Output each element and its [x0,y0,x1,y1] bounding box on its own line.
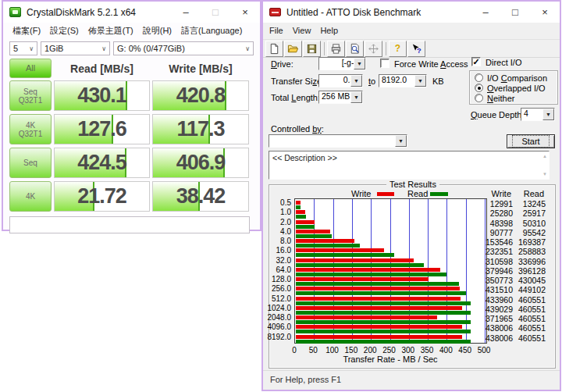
drive-select[interactable]: [-g-] ▼ [318,57,366,70]
total-length-select[interactable]: 256 MB ▼ [318,91,363,104]
queue-depth-select[interactable]: 4 ▼ [521,108,555,121]
transfer-size-from-select[interactable]: 0.5 ▼ [318,74,363,87]
transfer-size-row-label: 32.0 [263,257,291,265]
write-bar [296,315,437,319]
legend-write-label: Write [351,189,371,198]
cdm-menu-file[interactable]: 檔案(F) [8,24,45,37]
close-button[interactable]: × [530,2,560,23]
seq-test-button[interactable]: Seq [9,148,52,178]
read-value: 50310 [491,219,546,227]
neither-radio[interactable] [475,94,483,102]
kb-unit-label: KB [432,77,444,86]
description-box[interactable]: << Description >> ▲ ▼ [269,151,550,180]
new-file-button[interactable] [265,41,283,57]
dropdown-arrow-icon[interactable]: ▼ [395,135,407,147]
controlled-by-select[interactable]: ▼ [269,134,407,148]
cdm-menu-theme[interactable]: 佈景主題(T) [84,24,138,37]
print-button[interactable] [327,41,345,57]
close-button[interactable]: × [230,2,260,23]
open-file-button[interactable] [284,41,302,57]
cdm-titlebar: CrystalDiskMark 5.2.1 x64 – □ × [3,2,260,23]
test-size-select[interactable]: 1GiB ∨ [41,41,110,55]
toolbar-separator [324,42,325,55]
scroll-up-icon[interactable]: ▲ [542,154,547,159]
4k-test-button[interactable]: 4K [9,181,52,212]
target-drive-select[interactable]: G: 0% (0/477GiB) ∨ [113,41,254,55]
dropdown-arrow-icon[interactable]: ▼ [350,75,362,87]
help-button[interactable]: ? [389,41,407,57]
legend-read-label: Read [407,189,428,198]
check-icon: ✓ [472,58,479,66]
io-comparison-radio[interactable] [475,73,483,82]
printer-icon [330,43,342,55]
write-bar [296,306,462,310]
write-column-header: Write [MB/s] [152,59,249,78]
print-preview-button[interactable] [346,41,364,57]
table-row: 4K Q32T1 127.6 117.3 [9,114,249,144]
x-axis-tick-label: 50 [309,346,318,355]
context-help-icon: ? [411,43,422,55]
write-bar [296,268,440,272]
write-bar [296,248,384,252]
start-button[interactable]: Start [507,134,555,148]
maximize-button[interactable]: □ [500,2,530,23]
scroll-down-icon[interactable]: ▼ [542,172,547,176]
x-axis-tick-label: 150 [345,346,358,355]
menu-view[interactable]: View [290,25,318,36]
read-bar [296,311,471,315]
queue-depth-label: Queue Depth: [471,110,525,119]
write-swatch [377,192,394,196]
minimize-button[interactable]: – [471,2,500,23]
transfer-size-row-label: 4096.0 [263,323,291,331]
table-row: Seq Q32T1 430.1 420.8 [9,80,249,111]
test-count-select[interactable]: 5 ∨ [9,41,37,55]
transfer-size-row-label: 16.0 [263,247,291,255]
minimize-button[interactable]: – [171,2,201,23]
transfer-size-row-label: 2048.0 [263,314,291,322]
read-value: 25917 [491,209,546,217]
transfer-size-row-label: 8192.0 [263,333,291,341]
read-bar [296,234,332,238]
context-help-button[interactable]: ? [407,41,425,57]
4k-q32t1-test-button[interactable]: 4K Q32T1 [9,114,52,144]
svg-text:?: ? [417,47,422,55]
overlapped-io-label: Overlapped I/O [487,84,546,93]
read-bar [296,301,471,305]
atto-titlebar: Untitled - ATTO Disk Benchmark – □ × [263,2,560,23]
read-bar [296,282,459,286]
read-bar [296,320,471,324]
dropdown-arrow-icon[interactable]: ▼ [542,109,554,120]
write-bar [296,297,461,301]
transfer-size-row-label: 1.0 [263,208,291,216]
4k-q32t1-read-value: 127.6 [54,114,150,144]
comment-box[interactable] [9,216,250,233]
pan-button[interactable] [365,41,382,57]
dropdown-arrow-icon[interactable]: ▼ [354,58,365,69]
dropdown-arrow-icon[interactable]: ▼ [350,91,362,103]
read-bar [296,263,424,267]
status-bar: For Help, press F1 [263,370,560,390]
save-file-button[interactable] [303,41,321,57]
cdm-menu-settings[interactable]: 設定(S) [45,24,84,37]
read-column-header: Read [521,189,544,198]
menu-file[interactable]: File [266,25,290,36]
direct-io-checkbox[interactable]: ✓ [471,57,481,66]
crystaldiskmark-window: CrystalDiskMark 5.2.1 x64 – □ × 檔案(F) 設定… [2,0,261,231]
force-write-access-checkbox[interactable] [380,59,389,68]
menu-help[interactable]: Help [317,25,344,36]
read-value: 13245 [491,200,546,208]
transfer-size-row-label: 1024.0 [263,305,291,312]
all-test-button[interactable]: All [9,59,52,78]
overlapped-io-radio[interactable] [475,84,483,92]
move-cross-icon [368,43,379,55]
x-axis-tick-label: 450 [458,346,471,355]
dropdown-arrow-icon[interactable]: ▼ [414,75,426,87]
write-bar [296,258,414,262]
seq-q32t1-test-button[interactable]: Seq Q32T1 [9,80,52,111]
total-length-label: Total Length: [271,93,320,102]
cdm-menu-help[interactable]: 說明(H) [138,24,176,37]
cdm-menu-language[interactable]: 語言(Language) [176,24,247,37]
controlled-by-label: Controlled by: [271,124,324,134]
write-bar [296,277,429,281]
transfer-size-to-select[interactable]: 8192.0 ▼ [379,74,427,87]
